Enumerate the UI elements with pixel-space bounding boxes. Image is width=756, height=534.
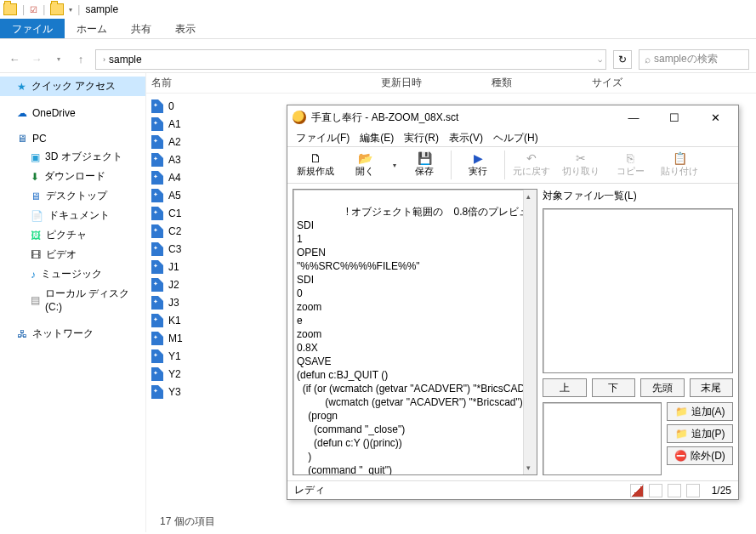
cut-icon: ✂	[576, 152, 586, 164]
tool-paste[interactable]: 📋貼り付け	[655, 148, 704, 182]
status-icon-4[interactable]	[686, 484, 700, 497]
tool-run[interactable]: ▶実行	[453, 148, 503, 182]
btn-exclude[interactable]: ⛔除外(D)	[667, 446, 733, 465]
btn-up[interactable]: 上	[543, 378, 587, 397]
nav-music[interactable]: ♪ミュージック	[0, 264, 145, 284]
file-icon	[151, 296, 163, 310]
menu-view[interactable]: 表示(V)	[449, 131, 483, 145]
col-name[interactable]: 名前	[151, 76, 381, 90]
file-icon	[151, 117, 163, 131]
file-icon	[151, 385, 163, 399]
search-icon: ⌕	[645, 54, 651, 65]
tool-open[interactable]: 📂開く	[340, 148, 389, 182]
maximize-button[interactable]: ☐	[657, 107, 692, 128]
nav-item-label: ドキュメント	[48, 208, 110, 223]
status-position: 1/25	[712, 485, 731, 497]
titlebar-sep2: |	[43, 3, 45, 15]
folder-plus-icon: 📁	[675, 406, 688, 418]
breadcrumb-box[interactable]: › sample ⌵	[95, 49, 606, 70]
tool-undo[interactable]: ↶元に戻す	[507, 148, 556, 182]
tool-cut[interactable]: ✂切り取り	[556, 148, 605, 182]
col-type[interactable]: 種類	[492, 76, 592, 90]
tab-share[interactable]: 共有	[119, 19, 163, 38]
nav-pane: ★クイック アクセス ☁OneDrive 🖥PC ▣3D オブジェクト ⬇ダウン…	[0, 73, 146, 532]
editor-titlebar[interactable]: 手直し奉行 - AB-ZOOM_08X.sct — ☐ ✕	[287, 105, 738, 129]
nav-onedrive-label: OneDrive	[32, 107, 76, 119]
target-file-list[interactable]	[543, 208, 733, 373]
file-icon	[151, 189, 163, 202]
menu-file[interactable]: ファイル(F)	[296, 131, 350, 145]
search-box[interactable]: ⌕ sampleの検索	[639, 49, 749, 70]
new-file-icon: 🗋	[310, 152, 321, 164]
forward-button[interactable]: →	[29, 52, 44, 67]
cube-icon: ▣	[31, 151, 40, 163]
nav-network[interactable]: 🖧ネットワーク	[0, 324, 145, 344]
tab-home[interactable]: ホーム	[65, 19, 119, 38]
nav-pc-label: PC	[32, 133, 47, 145]
window-title: sample	[85, 3, 118, 15]
editor-menubar: ファイル(F) 編集(E) 実行(R) 表示(V) ヘルプ(H)	[287, 129, 738, 146]
up-button[interactable]: ↑	[73, 52, 88, 67]
btn-add-a-label: 追加(A)	[691, 405, 725, 419]
script-editor[interactable]: ! オブジェクト範囲の 0.8倍のプレビューで上書き保存します SDI 1 OP…	[293, 189, 537, 475]
nav-3d-objects[interactable]: ▣3D オブジェクト	[0, 147, 145, 167]
breadcrumb-dropdown-icon[interactable]: ⌵	[598, 55, 602, 64]
tool-run-label: 実行	[469, 165, 487, 178]
back-button[interactable]: ←	[7, 52, 22, 67]
qat-dropdown-icon[interactable]: ▾	[69, 6, 72, 14]
tool-copy[interactable]: ⎘コピー	[605, 148, 655, 182]
menu-run[interactable]: 実行(R)	[404, 131, 439, 145]
nav-local-disk[interactable]: ▤ローカル ディスク (C:)	[0, 284, 145, 315]
app-icon	[293, 111, 306, 124]
minimize-button[interactable]: —	[616, 107, 651, 128]
nav-quick-access[interactable]: ★クイック アクセス	[0, 77, 145, 96]
menu-help[interactable]: ヘルプ(H)	[493, 131, 538, 145]
tool-save[interactable]: 💾保存	[400, 148, 449, 182]
refresh-button[interactable]: ↻	[613, 50, 632, 69]
close-button[interactable]: ✕	[697, 107, 733, 128]
file-icon	[151, 278, 163, 292]
btn-exclude-label: 除外(D)	[691, 449, 725, 463]
tool-undo-label: 元に戻す	[513, 165, 550, 178]
pc-icon: 🖥	[17, 133, 27, 145]
col-modified[interactable]: 更新日時	[381, 76, 492, 90]
btn-first[interactable]: 先頭	[640, 378, 685, 397]
exclude-icon: ⛔	[674, 450, 687, 462]
menu-edit[interactable]: 編集(E)	[360, 131, 394, 145]
nav-pc[interactable]: 🖥PC	[0, 130, 145, 147]
file-name: M1	[168, 332, 183, 344]
nav-quick-label: クイック アクセス	[31, 79, 116, 94]
btn-add-p[interactable]: 📁追加(P)	[667, 424, 733, 443]
nav-pictures[interactable]: 🖼ピクチャ	[0, 225, 145, 245]
nav-desktop[interactable]: 🖥デスクトップ	[0, 186, 145, 206]
file-name: J3	[168, 297, 179, 309]
btn-down[interactable]: 下	[592, 378, 636, 397]
file-name: C2	[168, 225, 181, 237]
nav-onedrive[interactable]: ☁OneDrive	[0, 105, 145, 122]
open-dropdown-icon[interactable]: ▾	[389, 162, 400, 169]
qat-checkbox-icon[interactable]: ☑	[30, 5, 37, 14]
status-icon-1[interactable]	[630, 484, 644, 497]
nav-videos[interactable]: 🎞ビデオ	[0, 245, 145, 264]
status-item-count: 17 個の項目	[160, 514, 215, 529]
btn-last[interactable]: 末尾	[690, 378, 734, 397]
tab-file[interactable]: ファイル	[0, 19, 65, 38]
paste-icon: 📋	[673, 152, 687, 164]
vertical-scrollbar[interactable]	[523, 190, 537, 474]
open-folder-icon: 📂	[358, 152, 372, 164]
file-name: Y3	[168, 386, 181, 398]
file-icon	[151, 242, 163, 256]
file-icon	[151, 314, 163, 327]
btn-add-a[interactable]: 📁追加(A)	[667, 402, 733, 421]
nav-downloads[interactable]: ⬇ダウンロード	[0, 167, 145, 186]
recent-dropdown[interactable]: ▾	[51, 52, 66, 67]
nav-documents[interactable]: 📄ドキュメント	[0, 206, 145, 225]
status-icon-3[interactable]	[668, 484, 681, 497]
tab-view[interactable]: 表示	[163, 19, 207, 38]
tool-new[interactable]: 🗋新規作成	[291, 148, 340, 182]
file-icon	[151, 367, 163, 381]
status-icon-2[interactable]	[649, 484, 662, 497]
file-name: A4	[168, 172, 181, 184]
file-name: A2	[168, 136, 181, 148]
col-size[interactable]: サイズ	[592, 76, 668, 90]
